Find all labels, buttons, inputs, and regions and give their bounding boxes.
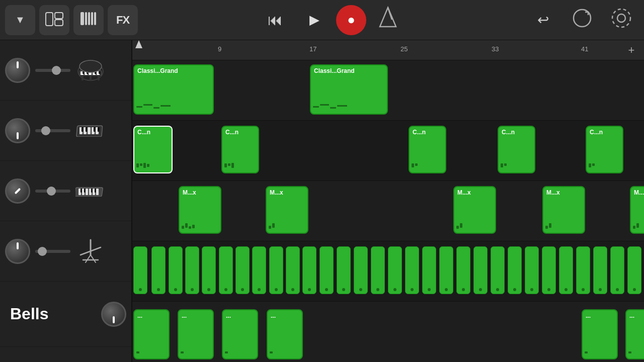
playhead[interactable] — [135, 40, 142, 60]
vclip-15[interactable] — [371, 246, 385, 294]
vclip-22[interactable] — [491, 246, 505, 294]
vclip-2[interactable] — [151, 246, 166, 294]
clip-track2-3[interactable]: C...n — [409, 126, 446, 173]
dropdown-button[interactable]: ▼ — [5, 5, 35, 35]
clip-track2-1[interactable]: C...n — [133, 126, 173, 173]
svg-point-27 — [79, 60, 102, 72]
clip-track5-4[interactable]: ... — [267, 309, 303, 359]
vclip-24[interactable] — [525, 246, 539, 294]
add-section-button[interactable]: + — [624, 43, 639, 58]
clip-track2-2[interactable]: C...n — [221, 126, 259, 173]
vclip-16[interactable] — [388, 246, 402, 294]
clip-notes — [501, 156, 532, 168]
track-3-volume-knob[interactable] — [5, 178, 30, 204]
clip-label: Classi...Grand — [134, 65, 213, 76]
svg-line-55 — [91, 255, 96, 262]
svg-rect-49 — [95, 189, 96, 193]
clip-track5-1[interactable]: ... — [133, 309, 170, 359]
clip-track5-2[interactable]: ... — [178, 309, 214, 359]
grid-button[interactable] — [73, 5, 104, 35]
settings-button[interactable] — [604, 5, 639, 35]
toolbar: ▼ FX ⏮ ▶ — [0, 0, 644, 40]
vclip-25[interactable] — [542, 246, 556, 294]
clip-notes — [225, 342, 255, 354]
vclip-8[interactable] — [252, 246, 266, 294]
clip-track3-3[interactable]: M...x — [453, 186, 496, 234]
vclip-9[interactable] — [269, 246, 283, 294]
clip-notes — [633, 216, 644, 229]
track-1-volume-slider[interactable] — [52, 66, 61, 75]
track-5-volume-knob[interactable] — [101, 302, 126, 327]
rewind-icon: ⏮ — [268, 12, 283, 29]
track-4-volume-knob[interactable] — [5, 239, 30, 264]
clip-label: M...x — [180, 187, 220, 198]
vclip-27[interactable] — [576, 246, 590, 294]
track-1-lane: Classi...Grand Classi...Grand — [132, 60, 644, 121]
clip-track3-4[interactable]: M...x — [542, 186, 585, 234]
track-2-volume-knob[interactable] — [5, 118, 30, 143]
vclip-19[interactable] — [439, 246, 453, 294]
vclip-29[interactable] — [610, 246, 624, 294]
vclip-28[interactable] — [593, 246, 607, 294]
vclip-21[interactable] — [473, 246, 488, 294]
vclip-6[interactable] — [219, 246, 233, 294]
fx-button[interactable]: FX — [108, 5, 138, 35]
undo-button[interactable]: ↩ — [525, 5, 560, 35]
clip-notes — [412, 156, 443, 168]
clip-label: ... — [223, 310, 257, 321]
vclip-13[interactable] — [337, 246, 351, 294]
timeline-marker-41: 41 — [581, 45, 588, 53]
svg-rect-3 — [80, 12, 84, 25]
track-3-volume-slider[interactable] — [47, 187, 56, 196]
loop-button[interactable] — [565, 5, 600, 35]
grid-icon — [80, 12, 97, 28]
tracks-content: Classi...Grand Classi...Grand — [132, 60, 644, 362]
vclip-1[interactable] — [133, 246, 147, 294]
svg-rect-23 — [99, 71, 101, 74]
track-2-volume-slider[interactable] — [41, 126, 50, 135]
vclip-3[interactable] — [169, 246, 183, 294]
clip-track5-3[interactable]: ... — [222, 309, 258, 359]
vclip-18[interactable] — [422, 246, 436, 294]
svg-rect-5 — [88, 12, 90, 25]
clip-track5-5[interactable]: ... — [582, 309, 618, 359]
track-2-lane: C...n C...n — [132, 121, 644, 181]
vclip-23[interactable] — [508, 246, 522, 294]
vclip-12[interactable] — [319, 246, 334, 294]
vclip-20[interactable] — [456, 246, 470, 294]
track-4-lane — [132, 241, 644, 302]
metronome-button[interactable] — [370, 5, 406, 35]
rewind-button[interactable]: ⏮ — [258, 5, 293, 35]
track-4-volume-slider[interactable] — [38, 247, 47, 256]
vclip-4[interactable] — [185, 246, 199, 294]
layout-button[interactable] — [39, 5, 69, 35]
vclip-26[interactable] — [559, 246, 573, 294]
vclip-14[interactable] — [354, 246, 368, 294]
clip-notes — [313, 97, 385, 110]
svg-rect-2 — [55, 20, 63, 26]
clip-track1-1[interactable]: Classi...Grand — [133, 64, 214, 115]
vclip-5[interactable] — [202, 246, 216, 294]
play-icon: ▶ — [309, 12, 319, 28]
play-button[interactable]: ▶ — [297, 5, 332, 35]
vclip-11[interactable] — [302, 246, 316, 294]
clip-track3-5[interactable]: M...x — [630, 186, 644, 234]
svg-rect-37 — [98, 127, 100, 132]
record-button[interactable]: ● — [336, 5, 366, 35]
clip-track3-2[interactable]: M...x — [266, 186, 308, 234]
clip-track5-6[interactable]: ... — [625, 309, 644, 359]
vclip-30[interactable] — [627, 246, 641, 294]
svg-rect-35 — [86, 127, 88, 132]
vclip-17[interactable] — [405, 246, 419, 294]
clip-track2-4[interactable]: C...n — [498, 126, 535, 173]
metronome-icon — [378, 6, 398, 34]
svg-rect-4 — [85, 12, 87, 25]
track-1-volume-knob[interactable] — [5, 58, 30, 83]
clip-label: C...n — [587, 127, 622, 138]
vclip-10[interactable] — [286, 246, 300, 294]
clip-label: M...x — [631, 187, 644, 198]
clip-track2-5[interactable]: C...n — [586, 126, 623, 173]
clip-track1-2[interactable]: Classi...Grand — [310, 64, 388, 115]
vclip-7[interactable] — [235, 246, 250, 294]
clip-track3-1[interactable]: M...x — [179, 186, 221, 234]
